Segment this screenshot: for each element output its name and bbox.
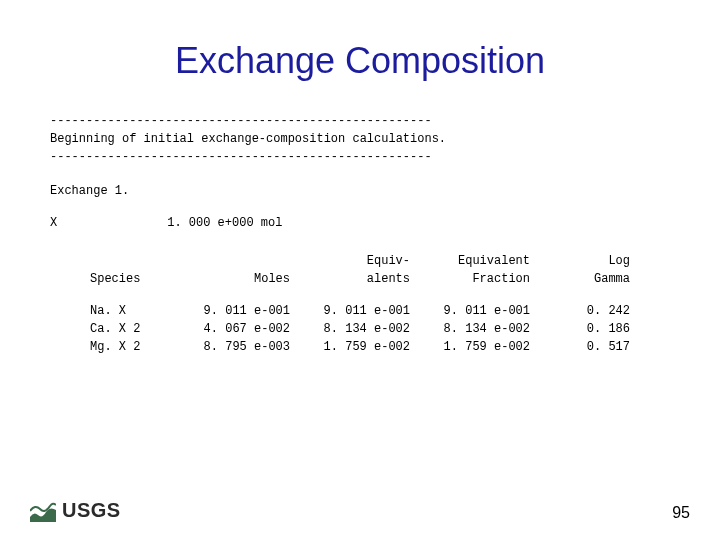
- cell-log: 0. 186: [530, 320, 630, 338]
- x-value: 1. 000 e+000 mol: [167, 216, 282, 230]
- cell-species: Na. X: [50, 302, 170, 320]
- col-log-2: Gamma: [530, 270, 630, 288]
- cell-species: Mg. X 2: [50, 338, 170, 356]
- slide-title: Exchange Composition: [50, 40, 670, 82]
- table-body: Na. X 9. 011 e-001 9. 011 e-001 9. 011 e…: [50, 302, 670, 356]
- page-number: 95: [672, 504, 690, 522]
- cell-frac: 8. 134 e-002: [410, 320, 530, 338]
- cell-moles: 9. 011 e-001: [170, 302, 290, 320]
- table-row: Mg. X 2 8. 795 e-003 1. 759 e-002 1. 759…: [50, 338, 670, 356]
- cell-moles: 8. 795 e-003: [170, 338, 290, 356]
- beginning-line: Beginning of initial exchange-compositio…: [50, 132, 446, 146]
- table-header: Equiv- Equivalent Log Species Moles alen…: [50, 252, 670, 288]
- cell-equiv: 9. 011 e-001: [290, 302, 410, 320]
- slide: Exchange Composition -------------------…: [0, 0, 720, 540]
- footer: USGS 95: [30, 499, 690, 522]
- exchange-label: Exchange 1.: [50, 184, 670, 198]
- cell-frac: 1. 759 e-002: [410, 338, 530, 356]
- rule-bottom: ----------------------------------------…: [50, 150, 432, 164]
- x-label: X: [50, 216, 57, 230]
- cell-species: Ca. X 2: [50, 320, 170, 338]
- usgs-logo-text: USGS: [62, 499, 121, 522]
- col-frac-2: Fraction: [410, 270, 530, 288]
- col-frac-1: Equivalent: [410, 252, 530, 270]
- cell-equiv: 8. 134 e-002: [290, 320, 410, 338]
- table-row: Ca. X 2 4. 067 e-002 8. 134 e-002 8. 134…: [50, 320, 670, 338]
- x-line: X1. 000 e+000 mol: [50, 216, 670, 230]
- cell-log: 0. 242: [530, 302, 630, 320]
- cell-log: 0. 517: [530, 338, 630, 356]
- usgs-logo: USGS: [30, 499, 121, 522]
- col-equiv-1: Equiv-: [290, 252, 410, 270]
- col-equiv-2: alents: [290, 270, 410, 288]
- col-moles: Moles: [170, 270, 290, 288]
- cell-moles: 4. 067 e-002: [170, 320, 290, 338]
- rule-top: ----------------------------------------…: [50, 114, 432, 128]
- cell-frac: 9. 011 e-001: [410, 302, 530, 320]
- col-log-1: Log: [530, 252, 630, 270]
- col-species: Species: [50, 270, 170, 288]
- cell-equiv: 1. 759 e-002: [290, 338, 410, 356]
- table-row: Na. X 9. 011 e-001 9. 011 e-001 9. 011 e…: [50, 302, 670, 320]
- usgs-wave-icon: [30, 500, 56, 522]
- intro-block: ----------------------------------------…: [50, 112, 670, 166]
- composition-table: Equiv- Equivalent Log Species Moles alen…: [50, 252, 670, 356]
